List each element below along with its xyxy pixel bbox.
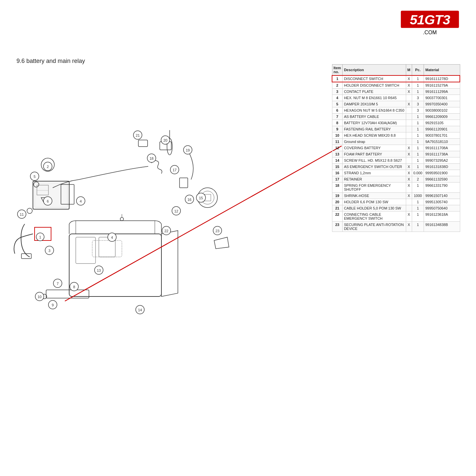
col-header-pc: Pc. xyxy=(412,65,424,76)
cell-description: HOLDER 6,6 POM 130 SW xyxy=(343,199,406,205)
cell-pc: 1 xyxy=(412,139,424,145)
svg-text:7: 7 xyxy=(57,282,59,286)
cell-description: FOAM PART BATTERY xyxy=(343,151,406,157)
cell-pc: 1 xyxy=(412,114,424,120)
svg-text:11: 11 xyxy=(20,212,24,216)
brand-logo: 51GT3 xyxy=(400,10,460,30)
cell-m xyxy=(406,120,412,126)
col-header-m: M xyxy=(406,65,412,76)
cell-m: X xyxy=(406,89,412,95)
cell-description: RETAINER xyxy=(343,176,406,182)
svg-text:22: 22 xyxy=(164,229,168,233)
cell-description: CONNECTING CABLE EMERGENCY SWITCH xyxy=(343,211,406,222)
table-row: 4HEX. NUT M 8 EN1661 10 R645390037700301 xyxy=(332,95,460,101)
svg-text:1: 1 xyxy=(39,235,41,239)
cell-material: 992915105 xyxy=(424,120,460,126)
svg-text:6: 6 xyxy=(47,199,49,203)
table-row: 19SHRINK-HOSEX100099961507140 xyxy=(332,193,460,199)
col-header-material: Material xyxy=(424,65,460,76)
cell-material: 90038000102 xyxy=(424,107,460,114)
cell-material: 9916131838D xyxy=(424,164,460,170)
cell-m: X xyxy=(406,170,412,176)
cell-item-no: 10 xyxy=(332,132,343,139)
cell-m xyxy=(406,157,412,164)
cell-material: 99959501900 xyxy=(424,170,460,176)
svg-text:14: 14 xyxy=(138,308,142,312)
parts-diagram: 1 2 3 4 4 5 6 7 8 9 xyxy=(10,69,234,316)
cell-material: 9916111278D xyxy=(424,75,460,82)
cell-material: 99661132590 xyxy=(424,176,460,182)
svg-text:10: 10 xyxy=(38,295,42,299)
cell-m xyxy=(406,139,412,145)
cell-item-no: 12 xyxy=(332,145,343,151)
cell-description: SECURING PLATE ANTI-ROTATION DEVICE xyxy=(343,222,406,232)
svg-text:13: 13 xyxy=(97,268,101,272)
page-title: 9.6 battery and main relay xyxy=(16,58,85,65)
cell-item-no: 22 xyxy=(332,211,343,222)
cell-pc: 3 xyxy=(412,95,424,101)
svg-text:17: 17 xyxy=(173,168,177,172)
cell-description: CABLE HOLDER 5,0 POM 130 SW xyxy=(343,205,406,211)
cell-material: 90037801701 xyxy=(424,132,460,139)
cell-material: 9916111299A xyxy=(424,89,460,95)
table-row: 2HOLDER DISCONNECT SWITCHX19916115279A xyxy=(332,82,460,89)
cell-m: X xyxy=(406,211,412,222)
cell-material: 9916111738A xyxy=(424,151,460,157)
cell-material: 999073295A2 xyxy=(424,157,460,164)
svg-text:15: 15 xyxy=(199,196,203,200)
cell-m: X xyxy=(406,82,412,89)
table-row: 13FOAM PART BATTERYX19916111738A xyxy=(332,151,460,157)
cell-m xyxy=(406,132,412,139)
svg-text:4: 4 xyxy=(111,236,113,239)
table-row: 21CABLE HOLDER 5,0 POM 130 SW19995075064… xyxy=(332,205,460,211)
table-row: 15AS EMERGENCY SWITCH OUTERX19916131838D xyxy=(332,164,460,170)
svg-text:5: 5 xyxy=(34,175,36,179)
cell-material: 99661209009 xyxy=(424,114,460,120)
cell-pc: 1 xyxy=(412,132,424,139)
cell-item-no: 2 xyxy=(332,82,343,89)
cell-pc: 1 xyxy=(412,199,424,205)
cell-description: DISCONNECT SWITCH xyxy=(343,75,406,82)
col-header-description: Description xyxy=(343,65,406,76)
table-row: 23SECURING PLATE ANTI-ROTATION DEVICEX19… xyxy=(332,222,460,232)
cell-item-no: 15 xyxy=(332,164,343,170)
cell-description: HEXAGON NUT M 5 EN1664 8 C350 xyxy=(343,107,406,114)
table-row: 5DAMPER 20X10/M 5X399970350400 xyxy=(332,101,460,107)
cell-m xyxy=(406,95,412,101)
cell-item-no: 4 xyxy=(332,95,343,101)
svg-text:20: 20 xyxy=(163,138,167,142)
cell-material: 9916115279A xyxy=(424,82,460,89)
cell-item-no: 11 xyxy=(332,139,343,145)
cell-pc: 1 xyxy=(412,82,424,89)
table-row: 9FASTENING RAIL BATTERY199661120901 xyxy=(332,126,460,132)
cell-item-no: 17 xyxy=(332,176,343,182)
cell-item-no: 7 xyxy=(332,114,343,120)
table-row: 18SPRING FOR EMERGENCY SHUTOFFX199661331… xyxy=(332,182,460,193)
table-row: 20HOLDER 6,6 POM 130 SW199951305740 xyxy=(332,199,460,205)
cell-item-no: 13 xyxy=(332,151,343,157)
cell-item-no: 8 xyxy=(332,120,343,126)
cell-material: 9A791518110 xyxy=(424,139,460,145)
svg-text:18: 18 xyxy=(150,156,154,160)
cell-item-no: 23 xyxy=(332,222,343,232)
table-row: 12COVERING BATTERYX19916111708A xyxy=(332,145,460,151)
cell-m: X xyxy=(406,164,412,170)
table-row: 11Ground strap19A791518110 xyxy=(332,139,460,145)
cell-m: X xyxy=(406,182,412,193)
table-row: 10HEX-HEAD SCREW M8X20 8.8190037801701 xyxy=(332,132,460,139)
cell-description: SHRINK-HOSE xyxy=(343,193,406,199)
cell-description: HEX. NUT M 8 EN1661 10 R645 xyxy=(343,95,406,101)
cell-description: FASTENING RAIL BATTERY xyxy=(343,126,406,132)
cell-description: COVERING BATTERY xyxy=(343,145,406,151)
cell-item-no: 1 xyxy=(332,75,343,82)
cell-description: AS BATTERY CABLE xyxy=(343,114,406,120)
cell-description: STRAND 1,2mm xyxy=(343,170,406,176)
svg-text:19: 19 xyxy=(186,148,190,152)
cell-item-no: 3 xyxy=(332,89,343,95)
cell-pc: 1 xyxy=(412,205,424,211)
col-header-item-no: Item no. xyxy=(332,65,343,76)
table-row: 8BATTERY 12V70AH 430A(AGM)1992915105 xyxy=(332,120,460,126)
cell-material: 9916111708A xyxy=(424,145,460,151)
cell-description: DAMPER 20X10/M 5 xyxy=(343,101,406,107)
cell-pc: 1 xyxy=(412,89,424,95)
